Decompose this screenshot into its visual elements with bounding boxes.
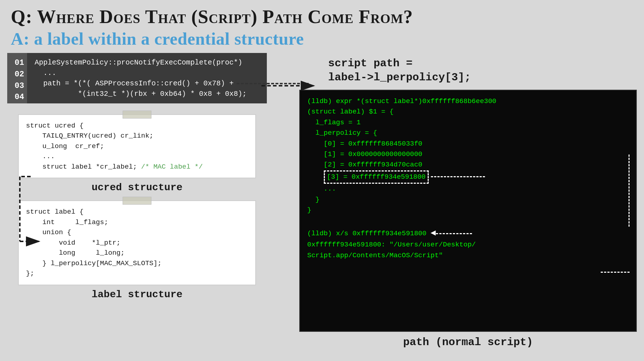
line-numbers: 01020304 <box>7 53 27 103</box>
top-code-block: 01020304 AppleSystemPolicy::procNotifyEx… <box>7 53 267 103</box>
ucred-title: ucred structure <box>18 182 256 193</box>
top-code-content: AppleSystemPolicy::procNotifyExecComplet… <box>35 57 261 99</box>
dashed-vert-right <box>628 155 630 227</box>
label-card: struct label { int l_flags; union { void… <box>18 200 256 285</box>
label-section: struct label { int l_flags; union { void… <box>7 200 288 300</box>
tape-label <box>123 197 151 205</box>
term-line-path1: 0xffffff934e591800: "/Users/user/Desktop… <box>307 240 629 250</box>
label-code: struct label { int l_flags; union { void… <box>26 207 248 279</box>
label-title: label structure <box>18 289 256 300</box>
right-panel: script path = label->l_perpolicy[3]; (ll… <box>288 53 637 348</box>
question-text: Q: Where Does That (Script) Path Come Fr… <box>11 6 633 27</box>
ucred-section: struct ucred { TAILQ_ENTRY(ucred) cr_lin… <box>7 114 288 300</box>
term-line-3: l_flags = 1 <box>307 117 629 128</box>
term-line-4: l_perpolicy = { <box>307 128 629 138</box>
term-line-11: } <box>307 205 629 215</box>
answer-text: A: a label within a credential structure <box>11 28 633 49</box>
term-line-1: (lldb) expr *(struct label*)0xffffff868b… <box>307 96 629 107</box>
terminal-window: (lldb) expr *(struct label*)0xffffff868b… <box>299 90 637 332</box>
ucred-card: struct ucred { TAILQ_ENTRY(ucred) cr_lin… <box>18 114 256 179</box>
dashed-horiz-bottom <box>601 272 630 273</box>
left-panel: 01020304 AppleSystemPolicy::procNotifyEx… <box>7 53 288 348</box>
script-path-line2: label->l_perpolicy[3]; <box>328 71 471 84</box>
path-label: path (normal script) <box>299 336 637 348</box>
highlighted-entry: [3] = 0xffffff934e591800 <box>324 170 429 184</box>
tape-ucred <box>123 111 151 119</box>
term-line-2: (struct label) $1 = { <box>307 107 629 117</box>
left-arrow-indicator: ◀ <box>431 228 436 238</box>
script-path-callout: script path = label->l_perpolicy[3]; <box>328 57 637 85</box>
term-line-blank <box>307 216 629 226</box>
main-content: 01020304 AppleSystemPolicy::procNotifyEx… <box>0 53 644 348</box>
script-path-line1: script path = <box>328 57 413 70</box>
term-line-5: [0] = 0xffffff86845033f0 <box>307 139 629 149</box>
term-line-7: [2] = 0xffffff934d70cac0 <box>307 160 629 170</box>
term-line-8: [3] = 0xffffff934e591800 <box>307 170 629 184</box>
term-line-6: [1] = 0x0000000000000000 <box>307 149 629 160</box>
term-line-xs: (lldb) x/s 0xffffff934e591800 ◀ <box>307 226 629 240</box>
header-section: Q: Where Does That (Script) Path Come Fr… <box>0 0 644 53</box>
term-line-path2: Script.app/Contents/MacOS/Script" <box>307 250 629 261</box>
ucred-code: struct ucred { TAILQ_ENTRY(ucred) cr_lin… <box>26 121 248 172</box>
term-line-9: ... <box>307 184 629 194</box>
term-line-10: } <box>307 195 629 205</box>
